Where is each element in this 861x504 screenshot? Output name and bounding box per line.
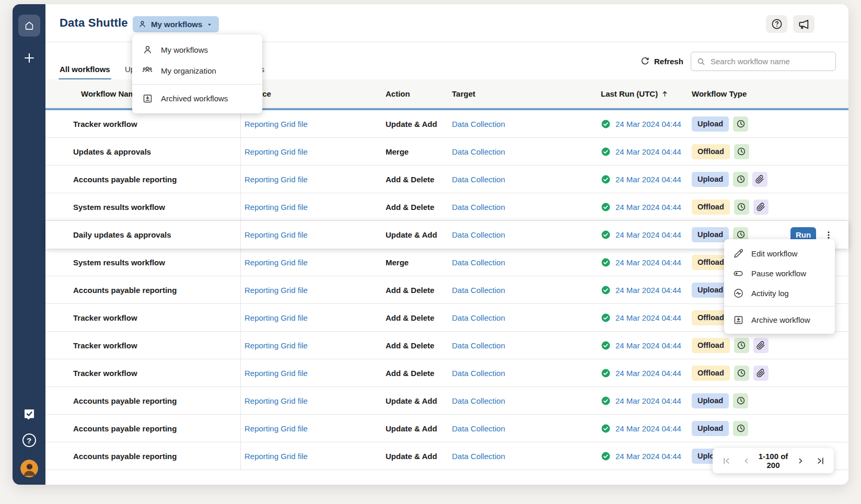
source-link[interactable]: Reporting Grid file [245, 120, 308, 128]
workflow-type-badge: Upload [692, 116, 729, 132]
column-header-action[interactable]: Action [386, 89, 452, 98]
target-link[interactable]: Data Collection [452, 369, 505, 378]
row-menu-item-edit-workflow[interactable]: Edit workflow [724, 243, 835, 263]
target-link[interactable]: Data Collection [452, 396, 505, 405]
target-link[interactable]: Data Collection [452, 258, 505, 267]
row-menu-item-archive-workflow[interactable]: Archive workflow [724, 310, 835, 330]
table-row[interactable]: Updates & approvals Reporting Grid file … [45, 138, 848, 166]
clock-icon [733, 421, 748, 436]
home-button[interactable] [18, 15, 40, 37]
target-link[interactable]: Data Collection [452, 452, 505, 461]
help-circle-icon[interactable]: ? [22, 433, 36, 447]
clock-icon [734, 338, 749, 353]
clock-icon [733, 393, 748, 408]
target-link[interactable]: Data Collection [452, 147, 505, 156]
workflow-name-cell: Accounts payable reporting [45, 442, 241, 470]
tab-all-workflows[interactable]: All workflows [60, 65, 110, 74]
previous-page-icon[interactable] [739, 454, 753, 467]
table-row[interactable]: Tracker workflow Reporting Grid file Upd… [45, 110, 848, 138]
last-page-icon[interactable] [813, 454, 827, 467]
success-check-icon [601, 202, 611, 212]
refresh-button[interactable]: Refresh [641, 57, 683, 66]
archive-icon [732, 314, 744, 325]
workflow-type-cell: Offload [692, 144, 848, 159]
megaphone-icon [797, 18, 810, 31]
workflow-name-cell: System results workflow [45, 249, 241, 276]
menu-divider [724, 306, 835, 307]
help-button[interactable] [766, 15, 787, 33]
target-link[interactable]: Data Collection [452, 203, 505, 212]
scope-menu-item-my-workflows[interactable]: My workflows [132, 39, 262, 60]
source-link[interactable]: Reporting Grid file [245, 341, 308, 350]
column-header-target[interactable]: Target [452, 89, 601, 98]
table-row[interactable]: Accounts payable reporting Reporting Gri… [45, 387, 848, 415]
action-cell: Merge [386, 258, 452, 267]
sidebar-bottom: ? [13, 407, 45, 477]
target-link[interactable]: Data Collection [452, 230, 505, 239]
clock-icon [734, 366, 749, 381]
column-header-source[interactable]: Source [241, 89, 386, 98]
source-link[interactable]: Reporting Grid file [245, 313, 308, 322]
source-link[interactable]: Reporting Grid file [245, 203, 308, 212]
last-run-date: 24 Mar 2024 04:44 [615, 203, 681, 212]
success-check-icon [601, 285, 611, 295]
workflow-type-badge: Upload [692, 393, 729, 408]
workflow-name-cell: Tracker workflow [45, 304, 241, 331]
source-link[interactable]: Reporting Grid file [245, 369, 308, 378]
source-link[interactable]: Reporting Grid file [245, 452, 308, 461]
target-link[interactable]: Data Collection [452, 424, 505, 433]
announcements-button[interactable] [793, 15, 815, 33]
search-input[interactable] [711, 57, 830, 66]
action-cell: Add & Delete [386, 203, 452, 212]
target-link[interactable]: Data Collection [452, 286, 505, 295]
source-link[interactable]: Reporting Grid file [245, 424, 308, 433]
workflow-name-cell: Daily updates & approvals [45, 221, 241, 248]
workflow-type-cell: Offload [692, 366, 848, 381]
page-title: Data Shuttle [60, 16, 128, 30]
first-page-icon[interactable] [719, 454, 733, 467]
search-box [691, 52, 836, 71]
table-row[interactable]: Tracker workflow Reporting Grid file Add… [45, 332, 848, 359]
source-link[interactable]: Reporting Grid file [245, 230, 308, 239]
source-link[interactable]: Reporting Grid file [245, 147, 308, 156]
scope-menu-item-archived-workflows[interactable]: Archived workflows [132, 88, 262, 109]
target-link[interactable]: Data Collection [452, 313, 505, 322]
target-link[interactable]: Data Collection [452, 120, 505, 128]
toggle-icon [732, 267, 744, 279]
table-row[interactable]: Accounts payable reporting Reporting Gri… [45, 415, 848, 442]
avatar[interactable] [20, 460, 38, 477]
scope-dropdown-button[interactable]: My workflows [133, 16, 219, 32]
person-icon [138, 20, 147, 29]
smartsheet-logo-icon[interactable] [22, 407, 36, 421]
source-link[interactable]: Reporting Grid file [245, 396, 308, 405]
source-link[interactable]: Reporting Grid file [245, 175, 308, 184]
table-row[interactable]: Accounts payable reporting Reporting Gri… [45, 166, 848, 193]
source-link[interactable]: Reporting Grid file [245, 286, 308, 295]
target-link[interactable]: Data Collection [452, 341, 505, 350]
column-header-workflow-type[interactable]: Workflow Type [692, 89, 848, 98]
row-menu-item-pause-workflow[interactable]: Pause workflow [724, 263, 835, 283]
workflow-name-cell: System results workflow [45, 193, 241, 220]
question-circle-icon [771, 18, 783, 30]
workflow-type-cell: Upload [692, 172, 848, 187]
workflow-name-cell: Tracker workflow [45, 359, 241, 386]
create-button[interactable] [18, 47, 40, 69]
paperclip-icon [753, 200, 769, 215]
scope-menu-item-my-organization[interactable]: My organization [132, 60, 262, 81]
action-cell: Update & Add [386, 452, 452, 461]
column-header-last-run[interactable]: Last Run (UTC) [601, 89, 692, 98]
pencil-icon [732, 248, 744, 259]
next-page-icon[interactable] [794, 454, 807, 467]
pagination-bar: 1-100 of 200 [713, 448, 834, 473]
action-cell: Update & Add [386, 230, 452, 239]
success-check-icon [601, 174, 611, 184]
sort-ascending-icon [661, 90, 669, 98]
row-menu-item-activity-log[interactable]: Activity log [724, 283, 835, 303]
source-link[interactable]: Reporting Grid file [245, 258, 308, 267]
workflow-type-badge: Offload [692, 366, 730, 381]
workflow-name-cell: Accounts payable reporting [45, 387, 241, 414]
table-row[interactable]: System results workflow Reporting Grid f… [45, 193, 848, 221]
person-icon [142, 44, 153, 55]
table-row[interactable]: Tracker workflow Reporting Grid file Add… [45, 359, 848, 387]
target-link[interactable]: Data Collection [452, 175, 505, 184]
